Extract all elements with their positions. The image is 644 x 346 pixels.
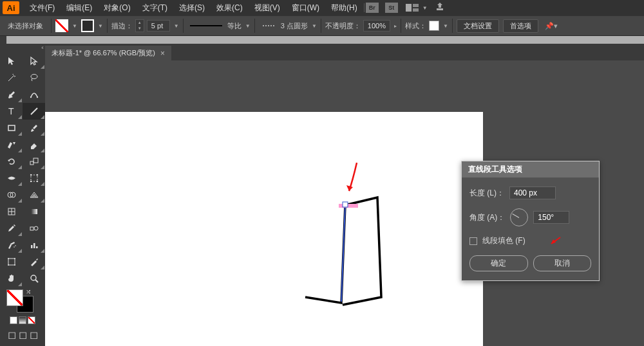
gradient-tool[interactable] [23,203,45,220]
menu-effect[interactable]: 效果(C) [211,3,248,14]
document-setup-button[interactable]: 文档设置 [457,19,499,33]
screen-mode-button[interactable]: ▭ [15,344,24,347]
menu-edit[interactable]: 编辑(E) [61,3,97,14]
opacity-value[interactable]: 100% [363,20,390,32]
drawing-mode-inside-icon[interactable]: ◻ [30,329,38,341]
artboard[interactable] [45,112,483,346]
paintbrush-tool[interactable] [23,120,45,136]
svg-line-30 [35,280,38,282]
share-icon[interactable] [435,2,444,14]
svg-point-14 [36,174,37,176]
stroke-weight-label: 描边： [111,21,133,31]
color-mode-solid[interactable] [10,316,17,324]
svg-rect-27 [36,246,38,248]
blend-tool[interactable] [23,220,45,237]
style-label: 样式： [405,21,426,31]
fill-line-label: 线段填色 (F) [482,235,526,246]
eraser-tool[interactable] [23,136,45,153]
drawing-mode-normal-icon[interactable]: ◻ [8,329,16,341]
hand-tool[interactable] [0,270,23,287]
eyedropper-tool[interactable] [0,220,23,237]
length-label: 长度 (L)： [469,188,504,199]
brush-definition[interactable]: 3 点圆形 ▼ [259,21,317,31]
type-tool[interactable]: T [0,103,23,120]
ok-button[interactable]: 确定 [469,255,528,271]
swap-fill-stroke-icon[interactable]: ⤭ [26,288,31,295]
chevron-down-icon[interactable]: ▸ [394,23,397,29]
svg-point-13 [30,174,31,176]
selection-tool[interactable] [0,53,23,69]
mesh-tool[interactable] [0,203,23,220]
svg-rect-1 [413,4,419,7]
graphic-style-swatch[interactable] [429,21,439,31]
zoom-tool[interactable] [23,270,45,287]
direct-selection-tool[interactable] [23,53,45,69]
svg-point-15 [30,181,31,182]
menu-type[interactable]: 文字(T) [137,3,173,14]
menu-window[interactable]: 窗口(W) [287,3,325,14]
cancel-button[interactable]: 取消 [533,255,592,271]
pen-tool[interactable] [0,86,23,103]
svg-line-31 [341,205,345,302]
shape-builder-tool[interactable] [0,187,23,203]
stroke-weight-stepper[interactable]: ▲▼ [135,19,144,32]
lasso-tool[interactable] [23,69,45,86]
color-mode-none[interactable] [28,316,35,324]
fill-swatch[interactable]: ▼ [55,19,77,32]
artwork-shape [45,112,483,346]
width-tool[interactable] [0,170,23,187]
perspective-grid-tool[interactable] [23,187,45,203]
preferences-button[interactable]: 首选项 [503,19,538,33]
arrange-documents-icon[interactable] [406,3,420,12]
stroke-weight-value[interactable]: 5 pt [147,20,170,32]
svg-rect-26 [33,243,35,248]
svg-line-8 [31,108,37,114]
svg-rect-11 [33,158,38,163]
magic-wand-tool[interactable] [0,69,23,86]
length-input[interactable] [509,187,556,199]
menu-select[interactable]: 选择(S) [174,3,210,14]
stock-icon[interactable]: St [385,3,398,13]
svg-point-22 [34,226,38,230]
menu-help[interactable]: 帮助(H) [326,3,363,14]
selection-status: 未选择对象 [8,21,43,31]
color-mode-gradient[interactable] [19,316,26,324]
drawing-mode-behind-icon[interactable]: ◻ [19,329,27,341]
slice-tool[interactable] [23,253,45,270]
document-tab[interactable]: 未标题-1* @ 66.67% (RGB/预览) × [45,46,171,60]
menu-view[interactable]: 视图(V) [249,3,285,14]
angle-dial-icon[interactable] [510,208,528,226]
artboard-tool[interactable] [0,253,23,270]
svg-rect-28 [8,259,15,265]
column-graph-tool[interactable] [23,237,45,253]
close-tab-button[interactable]: × [160,49,165,58]
variable-width-profile[interactable]: 等比 ▼ [187,21,251,31]
scale-tool[interactable] [23,153,45,170]
symbol-sprayer-tool[interactable] [0,237,23,253]
svg-rect-33 [343,202,348,207]
fill-line-checkbox[interactable] [469,237,477,245]
free-transform-tool[interactable] [23,170,45,187]
color-mode-row [0,314,45,327]
bridge-icon[interactable]: Br [366,3,379,13]
svg-point-24 [15,245,16,246]
stroke-swatch[interactable]: ▼ [81,19,103,32]
menu-object[interactable]: 对象(O) [99,3,135,14]
fill-stroke-indicator[interactable]: ⤭ [0,287,45,314]
panel-collapse-stub[interactable] [0,36,6,44]
chevron-down-icon[interactable]: ▼ [174,23,179,29]
angle-input[interactable] [533,211,569,224]
angle-label: 角度 (A)： [469,212,505,223]
svg-text:T: T [8,106,14,116]
chevron-down-icon[interactable]: ▼ [422,5,428,11]
menu-file[interactable]: 文件(F) [24,3,60,14]
svg-rect-0 [406,4,412,12]
rectangle-tool[interactable] [0,120,23,136]
rotate-tool[interactable] [0,153,23,170]
curvature-tool[interactable] [23,86,45,103]
line-segment-tool-options-dialog: 直线段工具选项 长度 (L)： 角度 (A)： 线段填色 (F) 确定 取消 [461,161,600,281]
line-segment-tool[interactable] [23,103,45,120]
shaper-tool[interactable] [0,136,23,153]
svg-point-29 [31,275,36,280]
panel-menu-icon[interactable]: 📌▾ [545,22,558,30]
